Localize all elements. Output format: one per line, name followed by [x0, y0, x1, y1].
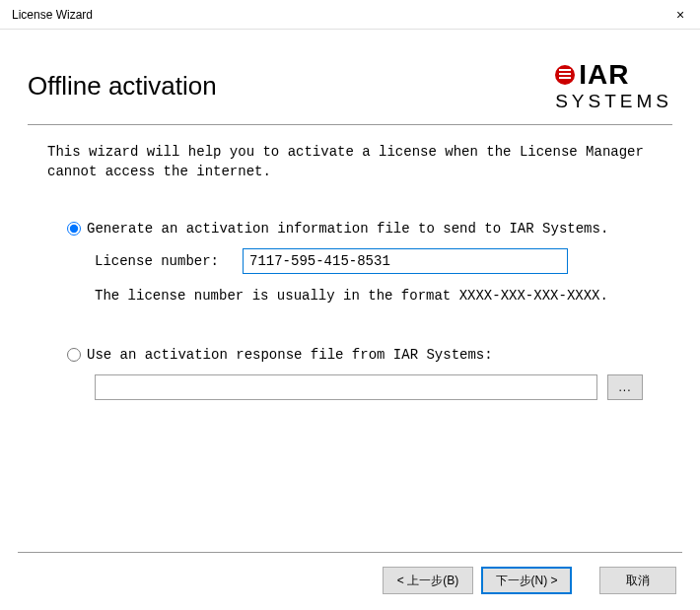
response-label[interactable]: Use an activation response file from IAR…: [87, 347, 493, 363]
format-hint: The license number is usually in the for…: [95, 288, 643, 304]
intro-text: This wizard will help you to activate a …: [47, 143, 653, 181]
logo-iar-text: IAR: [579, 59, 629, 91]
license-number-row: License number:: [95, 248, 643, 274]
page-title: Offline activation: [28, 71, 217, 102]
back-button[interactable]: < 上一步(B): [383, 567, 473, 594]
header-divider: [28, 124, 672, 125]
titlebar: License Wizard ×: [0, 0, 700, 30]
response-file-input[interactable]: [95, 374, 597, 400]
generate-radio[interactable]: [67, 222, 81, 236]
logo-systems-text: SYSTEMS: [555, 91, 672, 112]
response-file-row: ...: [95, 374, 643, 400]
button-bar: < 上一步(B) 下一步(N) > 取消: [383, 567, 676, 594]
response-option-row: Use an activation response file from IAR…: [67, 347, 643, 363]
content-area: Offline activation IAR SYSTEMS This wiza…: [0, 59, 700, 400]
license-number-input[interactable]: [243, 248, 568, 274]
cancel-button[interactable]: 取消: [599, 567, 676, 594]
window-title: License Wizard: [12, 8, 93, 22]
bottom-divider: [18, 552, 682, 553]
header-section: Offline activation IAR SYSTEMS: [28, 59, 672, 112]
iar-logo: IAR SYSTEMS: [555, 59, 672, 112]
browse-button[interactable]: ...: [607, 374, 643, 400]
response-radio[interactable]: [67, 348, 81, 362]
logo-circle-icon: [555, 65, 575, 85]
generate-option-row: Generate an activation information file …: [67, 221, 643, 237]
license-number-label: License number:: [95, 253, 243, 269]
generate-label[interactable]: Generate an activation information file …: [87, 221, 608, 237]
close-icon[interactable]: ×: [670, 7, 690, 23]
next-button[interactable]: 下一步(N) >: [481, 567, 572, 594]
options-section: Generate an activation information file …: [67, 221, 643, 400]
